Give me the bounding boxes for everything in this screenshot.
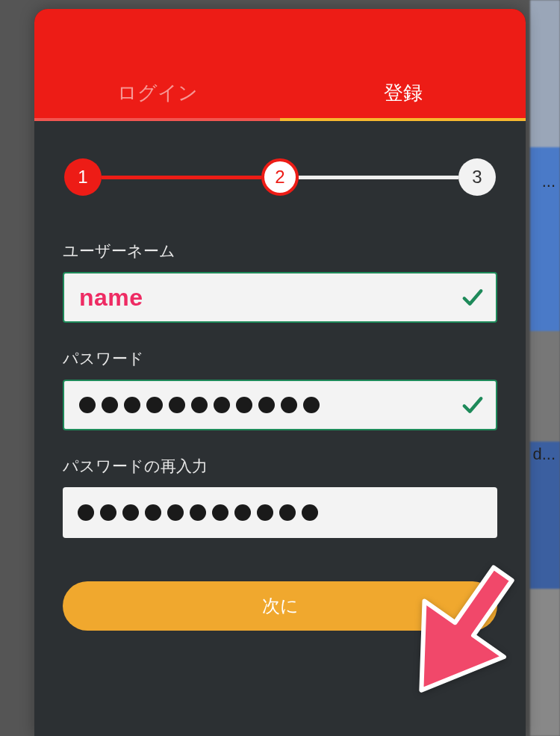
password-dot: [124, 397, 140, 413]
username-input[interactable]: name: [63, 272, 497, 323]
password-dot: [145, 504, 161, 521]
password-dot: [214, 397, 230, 413]
password-dots: [79, 397, 320, 413]
step-3: 3: [458, 158, 496, 196]
password-dot: [191, 397, 208, 413]
password-dot: [167, 504, 184, 521]
password-dot: [102, 397, 118, 413]
password-dot: [258, 397, 275, 413]
modal-header: ログイン 登録: [34, 9, 526, 121]
password-confirm-dots: [78, 504, 318, 521]
password-dot: [100, 504, 116, 521]
password-dot: [303, 397, 320, 413]
password-dot: [79, 397, 96, 413]
tab-underline-active: [280, 118, 526, 121]
password-confirm-input[interactable]: [63, 487, 497, 538]
next-button[interactable]: 次に: [63, 581, 497, 631]
tab-login-label: ログイン: [117, 81, 198, 104]
auth-tabs: ログイン 登録: [34, 67, 526, 121]
background-content-strip: [530, 0, 560, 736]
password-confirm-label: パスワードの再入力: [63, 456, 497, 477]
username-label: ユーザーネーム: [63, 241, 497, 262]
password-dot: [169, 397, 185, 413]
password-dot: [279, 504, 296, 521]
auth-modal: ログイン 登録 1 2 3 ユーザーネーム name: [34, 9, 526, 736]
password-dot: [212, 504, 228, 521]
step-1: 1: [64, 158, 102, 196]
password-label: パスワード: [63, 348, 497, 369]
password-dot: [281, 397, 297, 413]
background-peek-text: d...: [532, 445, 556, 464]
check-icon: [461, 394, 484, 416]
password-dot: [146, 397, 163, 413]
password-input[interactable]: [63, 380, 497, 430]
step-line-1-2: [102, 176, 261, 179]
password-dot: [122, 504, 139, 521]
password-dot: [257, 504, 273, 521]
tab-register-label: 登録: [384, 81, 423, 104]
password-group: パスワード: [63, 348, 497, 430]
password-dot: [302, 504, 318, 521]
password-confirm-group: パスワードの再入力: [63, 456, 497, 538]
tab-underline: [34, 118, 280, 121]
background-peek-text: ...: [542, 172, 556, 191]
modal-body: 1 2 3 ユーザーネーム name パスワード: [34, 121, 526, 736]
check-icon: [461, 286, 484, 309]
username-value: name: [79, 284, 143, 312]
progress-stepper: 1 2 3: [63, 158, 497, 196]
tab-register[interactable]: 登録: [280, 67, 526, 121]
password-dot: [190, 504, 206, 521]
password-dot: [236, 397, 252, 413]
tab-login[interactable]: ログイン: [34, 67, 280, 121]
step-line-2-3: [299, 176, 458, 179]
password-dot: [78, 504, 94, 521]
password-dot: [234, 504, 251, 521]
username-group: ユーザーネーム name: [63, 241, 497, 323]
step-2: 2: [261, 158, 299, 196]
